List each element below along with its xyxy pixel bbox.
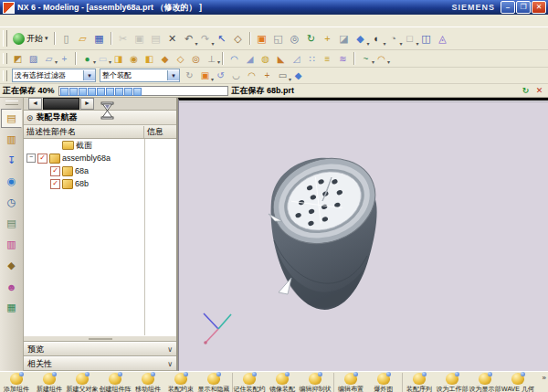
- rotate-view-icon[interactable]: ↻: [303, 31, 320, 47]
- new-parent-button[interactable]: 新建父对象: [66, 373, 99, 392]
- snap-point-icon[interactable]: ▣: [197, 69, 213, 82]
- tree-row[interactable]: − ✓ 68a: [24, 164, 176, 177]
- assembly-constraints-button[interactable]: 装配约束: [164, 373, 197, 392]
- pattern-feature-icon[interactable]: ∷: [304, 52, 320, 65]
- shell-icon[interactable]: ◍: [258, 52, 273, 65]
- close-button[interactable]: ✕: [532, 1, 546, 14]
- load-status-icon[interactable]: ↻: [520, 85, 532, 96]
- wireframe-style-icon[interactable]: ◔: [385, 31, 402, 47]
- copy-icon[interactable]: ▣: [132, 31, 148, 47]
- nx-app-icon[interactable]: [3, 2, 15, 14]
- tab-scroll-left-button[interactable]: ◄: [28, 98, 42, 110]
- sketch-in-task-icon[interactable]: ◩: [10, 52, 26, 65]
- shaded-view-icon[interactable]: ◆: [353, 31, 369, 47]
- palette-icon[interactable]: ▥: [1, 235, 22, 254]
- move-component-button[interactable]: 移动组件: [132, 373, 164, 392]
- zoom-area-icon[interactable]: ◱: [270, 31, 287, 47]
- undo-selection-icon[interactable]: ↺: [213, 69, 228, 82]
- assembly-sequence-button[interactable]: 装配序列: [402, 373, 436, 392]
- intersection-point-icon[interactable]: +: [259, 69, 275, 82]
- revolve-icon[interactable]: ◉: [126, 52, 142, 65]
- background-icon[interactable]: □: [402, 31, 418, 47]
- graphics-viewport[interactable]: [178, 98, 548, 371]
- solid-face-select-icon[interactable]: ◆: [290, 69, 306, 82]
- tree-row[interactable]: − 截面: [24, 139, 176, 152]
- component-checkbox[interactable]: ✓: [50, 166, 60, 176]
- chamfer-icon[interactable]: ◢: [242, 52, 258, 65]
- toolbar-overflow-button[interactable]: »: [543, 374, 546, 382]
- panel-resize-grip[interactable]: [24, 335, 176, 342]
- trim-body-icon[interactable]: ◣: [273, 52, 289, 65]
- delete-icon[interactable]: ✕: [164, 31, 181, 47]
- cut-icon[interactable]: ✂: [115, 31, 132, 47]
- edit-suppression-state-button[interactable]: 编辑抑制状态: [299, 373, 332, 392]
- selection-filter-dropdown[interactable]: 没有选择过滤器 ▾: [12, 69, 96, 82]
- remember-constraints-button[interactable]: 记住装配约束: [232, 373, 266, 392]
- tree-row[interactable]: − ✓ assembly68a: [24, 152, 176, 164]
- boolean-subtract-icon[interactable]: ◇: [173, 52, 188, 65]
- create-component-array-button[interactable]: 创建组件阵列: [99, 373, 132, 392]
- sketch-icon[interactable]: ▨: [26, 52, 41, 65]
- spline-icon[interactable]: ~: [358, 52, 374, 65]
- tree-row[interactable]: − ✓ 68b: [24, 177, 176, 190]
- save-icon[interactable]: ▦: [91, 31, 108, 47]
- control-point-icon[interactable]: ◠: [244, 69, 259, 82]
- expander-icon[interactable]: −: [26, 154, 36, 163]
- component-checkbox[interactable]: ✓: [37, 154, 47, 164]
- instance-icon[interactable]: ≡: [320, 52, 335, 65]
- paste-icon[interactable]: ▤: [148, 31, 164, 47]
- roles-icon[interactable]: ☻: [1, 277, 22, 296]
- make-work-part-button[interactable]: 设为工作部件: [436, 373, 469, 392]
- toolbar-grip[interactable]: [3, 53, 7, 65]
- column-name[interactable]: 描述性部件名: [24, 126, 144, 138]
- show-hide-icon[interactable]: ◫: [418, 31, 435, 47]
- assembly-3d-model[interactable]: [268, 154, 388, 320]
- toolbar-grip[interactable]: [3, 70, 7, 81]
- history-icon[interactable]: ◷: [1, 193, 22, 212]
- dock-pin-icon[interactable]: ⊙: [26, 113, 34, 122]
- restore-button[interactable]: ❐: [516, 1, 531, 14]
- tab-scroll-right-button[interactable]: ►: [80, 98, 94, 110]
- collapsed-section-bar[interactable]: 相关性 ∨: [24, 356, 176, 371]
- selection-scope-dropdown[interactable]: 整个装配 ▾: [100, 69, 180, 82]
- redo-icon[interactable]: ↷: [197, 31, 214, 47]
- scene-icon[interactable]: ▦: [1, 298, 22, 317]
- column-divider[interactable]: [144, 139, 145, 335]
- system-materials-icon[interactable]: ▤: [1, 214, 22, 233]
- component-checkbox[interactable]: ✓: [50, 179, 60, 189]
- extrude-icon[interactable]: ◨: [111, 52, 126, 65]
- undo-icon[interactable]: ↶: [181, 31, 197, 47]
- point-icon[interactable]: ●: [79, 52, 95, 65]
- datum-plane-icon[interactable]: ▱: [41, 52, 57, 65]
- datum-csys-icon[interactable]: +: [57, 52, 72, 65]
- rectangle-select-icon[interactable]: ▭: [275, 69, 290, 82]
- general-selection-icon[interactable]: ↻: [182, 69, 197, 82]
- exploded-views-button[interactable]: 爆炸图: [367, 373, 400, 392]
- visualization-icon[interactable]: ◆: [1, 256, 22, 275]
- web-browser-icon[interactable]: ◉: [1, 172, 22, 191]
- assembly-navigator-icon[interactable]: ▤: [1, 109, 22, 128]
- toolbar-grip[interactable]: [3, 30, 7, 47]
- fit-view-icon[interactable]: ▣: [254, 31, 270, 47]
- plane-icon[interactable]: ▭: [95, 52, 111, 65]
- draft-icon[interactable]: ◿: [289, 52, 304, 65]
- column-info[interactable]: 信息: [144, 126, 166, 138]
- minimize-button[interactable]: –: [501, 1, 515, 14]
- edge-blend-icon[interactable]: ◠: [227, 52, 242, 65]
- edit-arrangements-button[interactable]: 编辑布置: [333, 373, 367, 392]
- pan-view-icon[interactable]: +: [320, 31, 336, 47]
- make-displayed-part-button[interactable]: 设为显示部件: [469, 373, 501, 392]
- boolean-unite-icon[interactable]: ◆: [157, 52, 173, 65]
- selection-arrow-icon[interactable]: ↖: [214, 31, 230, 47]
- block-icon[interactable]: ◧: [142, 52, 157, 65]
- zoom-in-out-icon[interactable]: ◎: [287, 31, 303, 47]
- render-style-icon[interactable]: ◐: [369, 31, 385, 47]
- constraint-navigator-icon[interactable]: ▥: [1, 130, 22, 149]
- move-rotate-icon[interactable]: ◬: [435, 31, 451, 47]
- resource-bar-grip[interactable]: [5, 101, 18, 105]
- mirror-assembly-button[interactable]: 镜像装配: [266, 373, 299, 392]
- end-point-icon[interactable]: ◡: [228, 69, 244, 82]
- show-hide-constraints-button[interactable]: 显示和隐藏约束: [197, 373, 230, 392]
- part-navigator-icon[interactable]: ↧: [1, 151, 22, 170]
- new-part-icon[interactable]: ▯: [58, 31, 75, 47]
